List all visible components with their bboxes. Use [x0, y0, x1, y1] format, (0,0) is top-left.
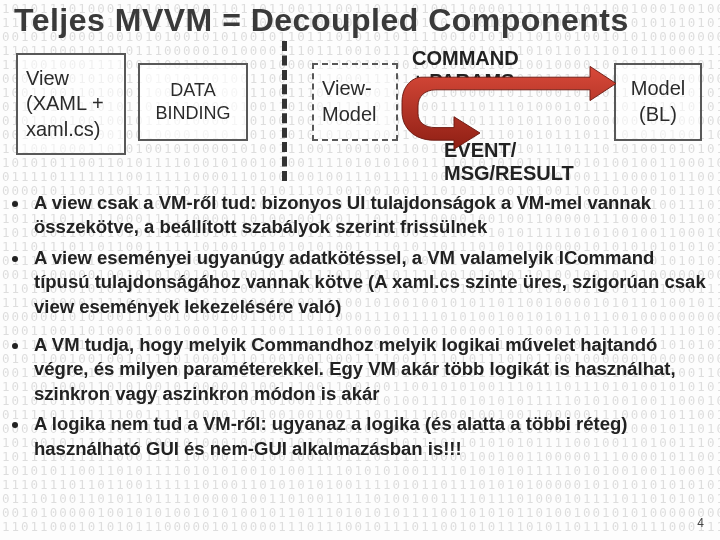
viewmodel-box: View-Model: [312, 63, 398, 141]
view-box: View (XAML + xaml.cs): [16, 53, 126, 155]
u-turn-arrow-icon: [400, 61, 620, 161]
viewmodel-box-label: View-Model: [322, 76, 388, 127]
bullet-item: A logika nem tud a VM-ről: ugyanaz a log…: [30, 412, 708, 461]
databinding-box: DATA BINDING: [138, 63, 248, 141]
bullet-item: A view eseményei ugyanúgy adatkötéssel, …: [30, 246, 708, 319]
view-box-label: View (XAML + xaml.cs): [26, 66, 116, 143]
bullet-item: A VM tudja, hogy melyik Commandhoz melyi…: [30, 333, 708, 406]
model-box: Model (BL): [614, 63, 702, 141]
databinding-box-label: DATA BINDING: [148, 79, 238, 125]
page-number: 4: [697, 516, 704, 530]
model-box-label: Model (BL): [631, 76, 685, 127]
bullet-list: A view csak a VM-ről tud: bizonyos UI tu…: [12, 191, 708, 461]
dashed-divider: [282, 41, 287, 181]
bullet-item: A view csak a VM-ről tud: bizonyos UI tu…: [30, 191, 708, 240]
slide-title: Teljes MVVM = Decoupled Components: [12, 0, 708, 41]
diagram-area: View (XAML + xaml.cs) DATA BINDING View-…: [12, 45, 708, 187]
